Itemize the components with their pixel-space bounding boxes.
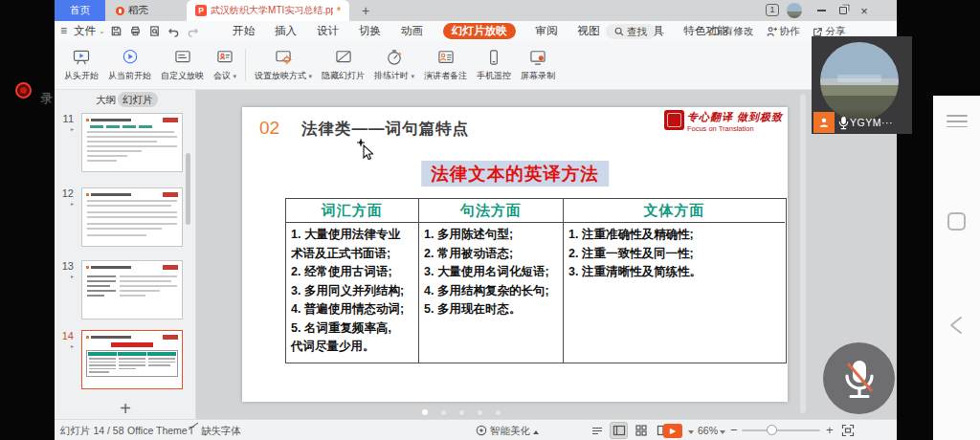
save-icon[interactable] — [110, 25, 122, 37]
new-tab-button[interactable]: + — [357, 1, 374, 20]
home-icon[interactable] — [947, 212, 966, 231]
slide-thumbnail-13[interactable] — [81, 260, 183, 319]
tab-docer-label: 稻壳 — [128, 4, 148, 17]
microphone-muted-button[interactable] — [823, 342, 895, 414]
menu-icon[interactable] — [947, 111, 968, 131]
animation-marker-icon: ▸ — [56, 342, 74, 349]
section-number: 02 — [259, 118, 279, 139]
zoom-out-button[interactable]: − — [730, 420, 738, 440]
zoom-level[interactable]: 66% — [698, 420, 725, 440]
custom-show-icon — [172, 48, 193, 67]
sync-status[interactable]: 有修改 — [708, 21, 754, 41]
rehearse-timing-button[interactable]: 排练计时 ▾ — [369, 43, 419, 87]
page-indicator — [422, 409, 501, 415]
boss-key-badge[interactable]: 1 — [766, 4, 779, 16]
caret-down-icon — [720, 430, 725, 434]
menu-hamburger-icon[interactable]: ≡ — [60, 21, 67, 41]
from-beginning-button[interactable]: 从头开始 — [59, 43, 103, 87]
bullet-icon — [86, 266, 89, 269]
menu-item-view[interactable]: 视图 — [578, 21, 600, 41]
from-current-button[interactable]: 从当前开始 — [103, 43, 156, 87]
slide-number: 12▸ — [56, 187, 74, 207]
table-cell-vocabulary: 1. 大量使用法律专业 术语及正式书面语; 2. 经常使用古词语; 3. 多用同… — [286, 223, 419, 363]
print-icon[interactable] — [129, 25, 142, 37]
menu-item-animation[interactable]: 动画 — [401, 21, 423, 41]
restore-button[interactable] — [835, 2, 852, 19]
slide-title: 法律类——词句篇特点 — [301, 119, 469, 140]
record-icon[interactable] — [15, 82, 32, 99]
webcam-overlay[interactable]: YGYM··· — [812, 36, 912, 134]
participant-avatar — [820, 42, 899, 121]
zoom-in-button[interactable]: + — [826, 420, 834, 440]
tab-outline[interactable]: 大纲 — [96, 92, 116, 107]
page-indicator-dot — [478, 410, 482, 415]
menu-item-slideshow-active[interactable]: 幻灯片放映 — [443, 23, 516, 39]
print-preview-icon[interactable] — [148, 25, 161, 37]
back-icon[interactable] — [946, 314, 969, 337]
table-header-syntax: 句法方面 — [419, 199, 564, 223]
slide-logo: 专心翻译 做到极致 Focus on Translation — [664, 110, 783, 133]
undo-icon[interactable] — [167, 25, 180, 37]
menu-item-transition[interactable]: 切换 — [359, 21, 381, 41]
caret-down-icon: ▾ — [234, 73, 237, 79]
zoom-slider-knob[interactable] — [767, 425, 777, 435]
caret-up-icon — [533, 430, 539, 434]
thumbnail-scrollbar[interactable] — [186, 153, 190, 225]
smart-beautify-button[interactable]: 智能美化 — [476, 420, 539, 440]
play-caret[interactable] — [686, 420, 694, 440]
fit-to-window-button[interactable] — [841, 424, 855, 439]
search-box[interactable]: 查找 — [606, 24, 656, 39]
account-avatar[interactable] — [787, 3, 802, 18]
slide-thumbnail-11[interactable] — [81, 113, 183, 172]
tab-document-label: 武汉纺织大学MTI实习总结.pptx — [211, 4, 333, 17]
speaker-notes-icon — [435, 48, 457, 67]
thumb-logo-mark — [163, 118, 178, 122]
slide-sorter-button[interactable] — [632, 422, 650, 439]
table-header-style: 文体方面 — [564, 199, 785, 223]
minimize-button[interactable] — [813, 2, 830, 19]
animation-marker-icon: ▸ — [56, 273, 74, 279]
collaborate-button[interactable]: 协作 — [766, 21, 800, 41]
hide-slide-button[interactable]: 隐藏幻灯片 — [317, 43, 369, 87]
screen-record-button[interactable]: 屏幕录制 — [516, 43, 560, 87]
meeting-button[interactable]: 会议 ▾ — [209, 43, 241, 87]
missing-font-icon: T — [189, 421, 198, 440]
add-slide-button[interactable]: + — [116, 398, 135, 420]
notes-panel-toggle[interactable] — [588, 422, 606, 439]
tab-docer[interactable]: 稻壳 — [105, 0, 159, 21]
redo-icon[interactable] — [187, 25, 199, 37]
menu-item-review[interactable]: 审阅 — [536, 21, 558, 41]
zoom-slider-track[interactable] — [742, 429, 820, 431]
canvas-scrollbar[interactable] — [800, 94, 806, 413]
seal-stamp-icon — [664, 110, 684, 130]
tab-home-label: 首页 — [70, 4, 90, 17]
page-indicator-dot — [422, 409, 428, 415]
normal-view-button[interactable] — [610, 422, 628, 439]
phone-remote-button[interactable]: 手机遥控 — [472, 43, 516, 87]
caret-down-icon — [688, 430, 694, 434]
menu-item-insert[interactable]: 插入 — [275, 21, 297, 41]
play-slideshow-button[interactable]: ▶ — [663, 424, 682, 438]
mic-muted-icon — [840, 357, 879, 401]
ppt-file-icon: P — [195, 5, 207, 16]
thumb-logo-mark — [163, 265, 178, 270]
tab-slides[interactable]: 幻灯片 — [118, 92, 158, 107]
slide-thumbnail-12[interactable] — [81, 187, 183, 247]
menu-item-design[interactable]: 设计 — [317, 21, 339, 41]
hide-slide-icon — [333, 48, 354, 67]
file-menu[interactable]: 文件 — [74, 21, 96, 41]
slide[interactable]: 02 法律类——词句篇特点 专心翻译 做到极致 Focus on Transla… — [242, 107, 788, 402]
file-caret-icon: ⌄ — [99, 21, 105, 41]
speaker-notes-button[interactable]: 演讲者备注 — [419, 43, 472, 87]
menu-item-start[interactable]: 开始 — [233, 21, 255, 41]
tab-home[interactable]: 首页 — [55, 0, 105, 21]
theme-name[interactable]: Office Theme — [127, 420, 188, 440]
bullet-icon — [86, 193, 89, 196]
close-button[interactable]: × — [856, 2, 873, 19]
missing-font-warning[interactable]: T 缺失字体 — [189, 420, 241, 440]
slide-thumbnail-14-selected[interactable] — [81, 330, 183, 389]
tab-document[interactable]: P 武汉纺织大学MTI实习总结.pptx * — [187, 0, 349, 21]
custom-show-button[interactable]: 自定义放映 — [156, 43, 209, 87]
meeting-icon — [214, 48, 235, 67]
setup-show-button[interactable]: 设置放映方式 ▾ — [250, 43, 317, 87]
